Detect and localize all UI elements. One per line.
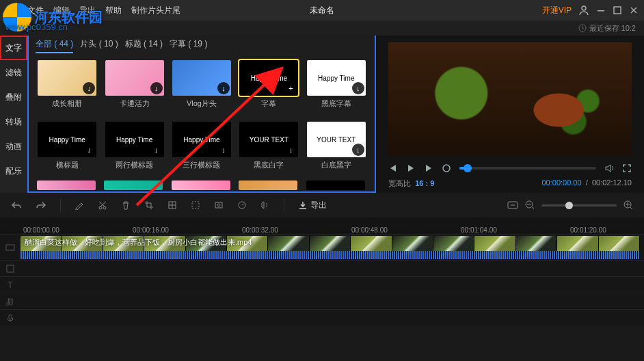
freeze-icon[interactable] (191, 200, 200, 210)
asset-item[interactable]: YOUR TEXT↓黑底白字 (239, 122, 299, 176)
mosaic-icon[interactable] (167, 200, 177, 210)
overlay-track-icon[interactable] (0, 264, 21, 273)
asset-item[interactable]: ↓卡通活力 (104, 60, 164, 115)
menu-help[interactable]: 帮助 (105, 5, 122, 16)
asset-thumb[interactable]: Happy Time↓ (307, 60, 366, 96)
fit-icon[interactable] (507, 201, 518, 209)
crop-icon[interactable] (144, 200, 154, 210)
minimize-icon[interactable] (596, 5, 606, 15)
overlay-track-row[interactable] (0, 260, 644, 276)
asset-thumb[interactable]: YOUR TEXT↓ (239, 122, 298, 157)
asset-item[interactable]: ↓Vlog片头 (172, 60, 232, 115)
svg-point-10 (217, 204, 220, 206)
ruler-tick: 00:00:48.00 (351, 226, 379, 234)
vip-button[interactable]: 开通VIP (542, 5, 572, 16)
side-tab-text[interactable]: 文字 (0, 36, 27, 60)
music-track-icon[interactable] (0, 297, 21, 306)
asset-item[interactable]: YOUR TEXT↓白底黑字 (306, 122, 366, 176)
play-icon[interactable] (406, 163, 416, 173)
asset-thumb[interactable]: Happy Time↓ (105, 122, 164, 157)
video-frame (388, 42, 632, 155)
asset-item[interactable]: Happy Time↓三行横标题 (172, 122, 232, 176)
asset-label: 字幕 (261, 98, 276, 109)
preview-video[interactable] (388, 42, 632, 155)
asset-item[interactable]: Happy Time+字幕 (239, 60, 299, 115)
asset-label: 黑底白字 (254, 160, 284, 170)
asset-item[interactable]: Happy Time↓黑底字幕 (306, 60, 366, 115)
redo-icon[interactable] (36, 200, 46, 210)
asset-item[interactable]: Happy Time↓横标题 (37, 122, 97, 176)
undo-icon[interactable] (11, 200, 22, 210)
pen-icon[interactable] (75, 200, 84, 210)
asset-thumb[interactable]: ↓ (172, 60, 231, 96)
cut-icon[interactable] (98, 200, 107, 210)
export-button[interactable]: 导出 (298, 200, 327, 211)
zoom-in-icon[interactable] (623, 200, 633, 210)
audio-icon[interactable] (260, 200, 270, 210)
timeline-toolbar: 导出 (0, 193, 644, 217)
asset-label: 横标题 (56, 160, 79, 170)
side-tab-transition[interactable]: 转场 (0, 109, 27, 134)
fullscreen-icon[interactable] (622, 163, 632, 173)
download-icon[interactable]: ↓ (284, 144, 297, 156)
asset-thumb[interactable]: Happy Time+ (239, 60, 298, 96)
speed-icon[interactable] (237, 200, 247, 210)
download-icon[interactable]: ↓ (150, 144, 163, 156)
asset-grid-peek (29, 180, 375, 191)
side-tab-filter[interactable]: 滤镜 (0, 60, 27, 85)
maximize-icon[interactable] (613, 5, 622, 15)
zoom-out-icon[interactable] (525, 200, 535, 210)
preview-seek-slider[interactable] (459, 167, 596, 170)
volume-icon[interactable] (604, 163, 615, 173)
download-icon[interactable]: ↓ (83, 144, 95, 156)
asset-thumb[interactable]: ↓ (38, 60, 96, 96)
asset-peek (37, 180, 96, 190)
text-track-icon[interactable]: T (0, 280, 21, 290)
asset-tab[interactable]: 片头 ( 10 ) (80, 38, 118, 53)
delete-icon[interactable] (121, 200, 131, 210)
asset-thumb[interactable]: ↓ (105, 60, 164, 96)
zoom-icon[interactable] (214, 200, 224, 210)
asset-thumb[interactable]: Happy Time↓ (38, 122, 96, 157)
side-tab-overlay[interactable]: 叠附 (0, 85, 27, 109)
download-icon[interactable]: ↓ (217, 144, 230, 156)
download-icon[interactable]: ↓ (217, 82, 230, 94)
video-clip[interactable]: 醋溜白菜这样做，好吃到爆，营养品下饭，厨房小白都能做出来.mp4 (21, 236, 640, 259)
video-track-icon[interactable] (0, 242, 21, 253)
asset-thumb[interactable]: Happy Time↓ (172, 122, 231, 157)
clip-filename: 醋溜白菜这样做，好吃到爆，营养品下饭，厨房小白都能做出来.mp4 (25, 237, 252, 248)
side-tab-animation[interactable]: 动画 (0, 134, 27, 159)
prev-frame-icon[interactable] (388, 163, 398, 173)
next-frame-icon[interactable] (424, 163, 433, 173)
download-icon[interactable]: ↓ (83, 82, 95, 94)
voice-track-icon[interactable] (0, 313, 21, 323)
text-track-row[interactable]: T (0, 276, 644, 293)
add-icon[interactable]: + (284, 82, 297, 94)
ruler-tick: 00:01:20.00 (570, 226, 598, 234)
asset-thumb[interactable]: YOUR TEXT↓ (307, 122, 366, 157)
menu-intro-outro[interactable]: 制作片头片尾 (131, 5, 180, 16)
zoom-slider[interactable] (541, 204, 617, 206)
svg-rect-8 (192, 202, 199, 209)
asset-peek (306, 180, 365, 190)
asset-tab[interactable]: 全部 ( 44 ) (36, 38, 73, 53)
asset-item[interactable]: ↓成长相册 (37, 60, 97, 115)
asset-tab[interactable]: 字幕 ( 19 ) (170, 38, 207, 53)
asset-tab[interactable]: 标题 ( 14 ) (125, 38, 163, 53)
asset-grid: ↓成长相册↓卡通活力↓Vlog片头Happy Time+字幕Happy Time… (29, 53, 375, 180)
timeline-ruler[interactable]: 00:00:00.0000:00:16.0000:00:32.0000:00:4… (0, 217, 644, 234)
account-icon[interactable] (578, 5, 589, 16)
svg-rect-17 (9, 315, 12, 319)
close-icon[interactable] (629, 5, 639, 15)
music-track-row[interactable] (0, 293, 644, 309)
asset-item[interactable]: Happy Time↓两行横标题 (104, 122, 164, 176)
download-icon[interactable]: ↓ (150, 82, 163, 94)
download-icon[interactable]: ↓ (352, 144, 364, 156)
stop-icon[interactable] (442, 163, 451, 173)
voice-track-row[interactable] (0, 309, 644, 325)
download-icon[interactable]: ↓ (352, 82, 364, 94)
aspect-ratio[interactable]: 宽高比 16 : 9 (388, 178, 434, 189)
svg-point-5 (99, 206, 102, 209)
svg-rect-15 (6, 245, 14, 250)
side-tab-music[interactable]: 配乐 (0, 159, 27, 183)
